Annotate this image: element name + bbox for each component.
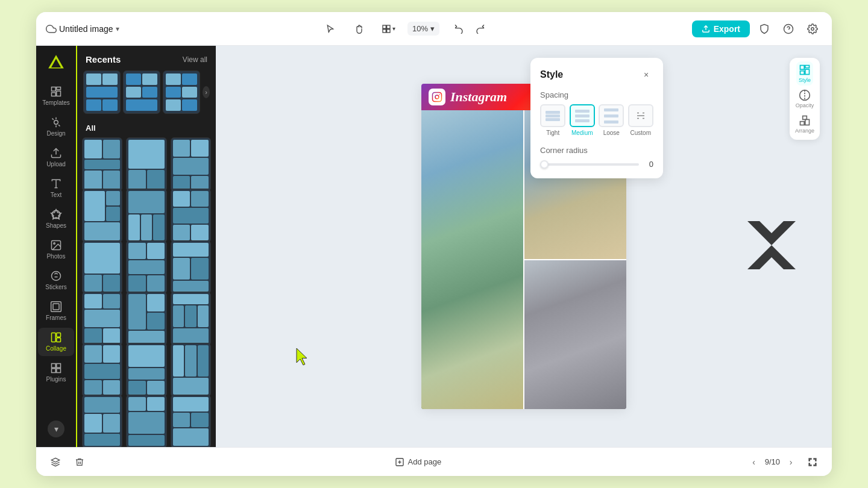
sidebar-stickers-label: Stickers xyxy=(45,284,67,291)
add-page-label: Add page xyxy=(408,457,442,466)
style-close-btn[interactable]: × xyxy=(639,67,653,82)
zoom-control[interactable]: 10% ▾ xyxy=(407,22,439,36)
svg-marker-50 xyxy=(51,458,59,462)
svg-rect-47 xyxy=(800,122,805,125)
radius-thumb[interactable] xyxy=(540,160,549,169)
view-btn[interactable]: ▾ xyxy=(379,19,398,39)
sidebar-plugins-label: Plugins xyxy=(46,376,66,383)
sidebar-item-text[interactable]: Text xyxy=(38,174,74,202)
spacing-custom[interactable]: Custom xyxy=(628,104,654,136)
topbar: Untitled image ▾ ▾ xyxy=(36,12,832,46)
sidebar-templates-label: Templates xyxy=(42,99,70,107)
cloud-icon xyxy=(46,23,57,34)
undo-btn[interactable] xyxy=(449,19,468,39)
select-tool-btn[interactable] xyxy=(321,19,340,39)
export-btn[interactable]: Export xyxy=(692,20,750,37)
grid-thumb-3[interactable] xyxy=(171,137,211,192)
sidebar-item-plugins[interactable]: Plugins xyxy=(38,358,74,387)
sidebar-more-btn[interactable]: ▾ xyxy=(48,421,64,437)
grid-thumb-17[interactable] xyxy=(126,395,166,447)
svg-rect-33 xyxy=(57,369,61,373)
svg-rect-11 xyxy=(52,93,56,96)
right-toolbar: Style Opacity Arrange xyxy=(790,58,820,140)
recents-row: › xyxy=(77,70,216,120)
sidebar-item-design[interactable]: Design xyxy=(38,113,74,141)
right-tool-style[interactable]: Style xyxy=(796,61,813,86)
view-all-btn[interactable]: View all xyxy=(183,55,207,64)
recents-nav-arrow[interactable]: › xyxy=(203,86,210,98)
grid-thumb-2[interactable] xyxy=(126,137,166,192)
delete-btn[interactable] xyxy=(70,452,89,472)
sidebar-item-photos[interactable]: Photos xyxy=(38,236,74,264)
svg-point-37 xyxy=(439,94,440,95)
svg-rect-2 xyxy=(386,29,389,32)
sidebar-item-collage[interactable]: Collage xyxy=(38,328,74,356)
prev-page-btn[interactable]: ‹ xyxy=(747,455,761,469)
grid-thumb-14[interactable] xyxy=(126,343,166,397)
sidebar-photos-label: Photos xyxy=(46,253,65,260)
grid-thumb-4[interactable] xyxy=(82,189,122,243)
help-btn[interactable] xyxy=(779,19,798,39)
bottom-center: Add page xyxy=(389,454,448,471)
fullscreen-btn[interactable] xyxy=(803,452,822,472)
shield-btn[interactable] xyxy=(755,19,774,39)
canvas-photo-3 xyxy=(524,260,626,409)
grid-thumb-1[interactable] xyxy=(82,137,122,192)
grid-thumb-8[interactable] xyxy=(126,240,166,295)
cursor-pointer xyxy=(294,347,311,369)
sidebar-item-templates[interactable]: Templates xyxy=(38,82,74,110)
spacing-medium[interactable]: Medium xyxy=(570,104,596,136)
grid-thumb-11[interactable] xyxy=(126,292,166,346)
svg-rect-1 xyxy=(386,25,389,28)
right-tool-arrange[interactable]: Arrange xyxy=(793,112,817,136)
all-label: All xyxy=(77,120,216,137)
templates-panel: Recents View all xyxy=(77,46,216,447)
svg-point-23 xyxy=(54,243,55,245)
grid-thumb-13[interactable] xyxy=(82,343,122,397)
sidebar-item-upload[interactable]: Upload xyxy=(38,143,74,172)
svg-rect-48 xyxy=(805,119,810,125)
app-logo[interactable] xyxy=(44,51,68,75)
app-container: Untitled image ▾ ▾ xyxy=(36,12,832,476)
sidebar-item-frames[interactable]: Frames xyxy=(38,297,74,325)
grid-thumb-16[interactable] xyxy=(82,395,122,447)
recent-thumb-2[interactable] xyxy=(123,70,160,114)
grid-thumb-10[interactable] xyxy=(82,292,122,346)
svg-rect-8 xyxy=(52,87,56,92)
canvas-photo-1 xyxy=(421,110,523,409)
svg-rect-45 xyxy=(805,69,810,74)
tight-label: Tight xyxy=(546,130,559,136)
grid-thumb-5[interactable] xyxy=(126,189,166,243)
layers-btn[interactable] xyxy=(46,452,65,472)
right-tool-arrange-label: Arrange xyxy=(795,128,814,134)
undo-redo-group xyxy=(449,19,490,39)
sidebar-collage-label: Collage xyxy=(46,345,66,352)
right-tool-opacity-label: Opacity xyxy=(796,102,814,108)
settings-btn[interactable] xyxy=(803,19,822,39)
page-nav: ‹ 9/10 › xyxy=(747,455,798,469)
sidebar-item-stickers[interactable]: Stickers xyxy=(38,266,74,295)
redo-btn[interactable] xyxy=(471,19,490,39)
spacing-label: Spacing xyxy=(540,90,653,99)
grid-thumb-7[interactable] xyxy=(82,240,122,295)
topbar-title[interactable]: Untitled image ▾ xyxy=(46,23,119,34)
next-page-btn[interactable]: › xyxy=(784,455,798,469)
pan-tool-btn[interactable] xyxy=(350,19,369,39)
spacing-tight[interactable]: Tight xyxy=(540,104,566,136)
grid-thumb-9[interactable] xyxy=(171,240,211,295)
right-tool-opacity[interactable]: Opacity xyxy=(793,87,817,111)
sidebar-shapes-label: Shapes xyxy=(46,222,66,230)
spacing-loose[interactable]: Loose xyxy=(599,104,624,136)
grid-thumb-12[interactable] xyxy=(171,292,211,346)
loose-icon xyxy=(599,104,624,127)
grid-thumb-6[interactable] xyxy=(171,189,211,243)
sidebar-item-shapes[interactable]: Shapes xyxy=(38,205,74,233)
sidebar-frames-label: Frames xyxy=(46,314,66,322)
recent-thumb-1[interactable] xyxy=(83,70,121,114)
grid-thumb-15[interactable] xyxy=(171,343,211,397)
recent-thumb-3[interactable] xyxy=(163,70,200,114)
grid-thumb-18[interactable] xyxy=(171,395,211,447)
custom-label: Custom xyxy=(631,130,651,136)
radius-slider[interactable] xyxy=(540,163,639,166)
add-page-btn[interactable]: Add page xyxy=(389,454,448,471)
